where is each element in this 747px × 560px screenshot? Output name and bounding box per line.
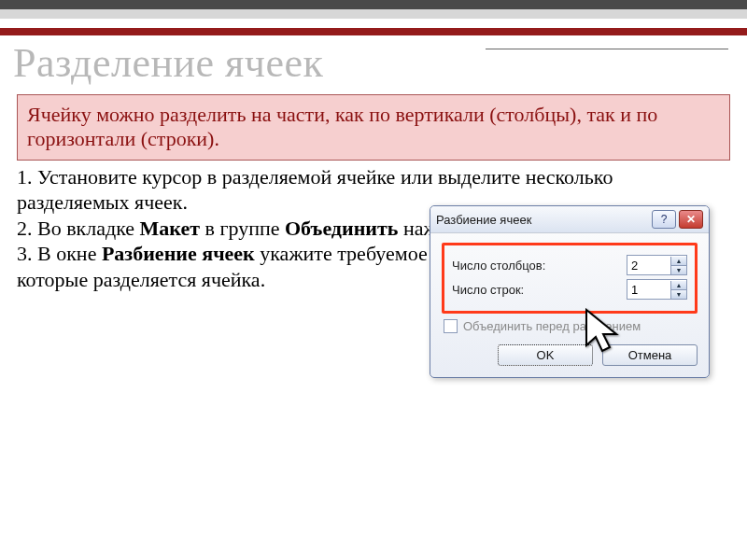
step-2-part-b: в группе bbox=[200, 217, 285, 240]
rows-spinner[interactable]: 1 ▲ ▼ bbox=[627, 279, 687, 300]
columns-value[interactable]: 2 bbox=[627, 259, 670, 273]
decorative-rule bbox=[486, 49, 728, 49]
columns-down-icon[interactable]: ▼ bbox=[671, 265, 686, 274]
columns-spinner[interactable]: 2 ▲ ▼ bbox=[627, 255, 687, 275]
ok-button[interactable]: OK bbox=[498, 344, 593, 366]
cancel-button[interactable]: Отмена bbox=[602, 344, 698, 366]
step-3-bold-1: Разбиение ячеек bbox=[102, 242, 255, 265]
help-button[interactable]: ? bbox=[652, 210, 676, 229]
columns-up-icon[interactable]: ▲ bbox=[671, 257, 686, 265]
rows-down-icon[interactable]: ▼ bbox=[671, 289, 686, 299]
close-button[interactable]: ✕ bbox=[679, 210, 703, 229]
step-2-part-a: 2. Во вкладке bbox=[17, 217, 140, 240]
close-icon: ✕ bbox=[686, 213, 696, 226]
columns-label: Число столбцов: bbox=[452, 259, 627, 273]
step-2-bold-2: Объединить bbox=[285, 217, 398, 240]
decorative-bands bbox=[0, 0, 747, 35]
merge-before-split-checkbox[interactable]: Объединить перед разбиением bbox=[444, 319, 698, 333]
rows-value[interactable]: 1 bbox=[627, 283, 670, 297]
checkbox-icon bbox=[444, 319, 458, 333]
rows-up-icon[interactable]: ▲ bbox=[671, 281, 686, 289]
dialog-titlebar[interactable]: Разбиение ячеек ? ✕ bbox=[430, 206, 709, 233]
highlight-box: Число столбцов: 2 ▲ ▼ Число строк: 1 bbox=[442, 243, 698, 314]
checkbox-label: Объединить перед разбиением bbox=[463, 319, 641, 333]
rows-label: Число строк: bbox=[452, 283, 627, 297]
step-3-part-a: 3. В окне bbox=[17, 242, 102, 265]
dialog-title: Разбиение ячеек bbox=[436, 213, 649, 227]
dialog-split-cells: Разбиение ячеек ? ✕ Число столбцов: 2 ▲ … bbox=[430, 205, 710, 378]
slide-title: Разделение ячеек bbox=[13, 39, 747, 87]
step-2-bold-1: Макет bbox=[140, 217, 200, 240]
intro-text: Ячейку можно разделить на части, как по … bbox=[17, 94, 730, 161]
help-icon: ? bbox=[661, 213, 668, 226]
